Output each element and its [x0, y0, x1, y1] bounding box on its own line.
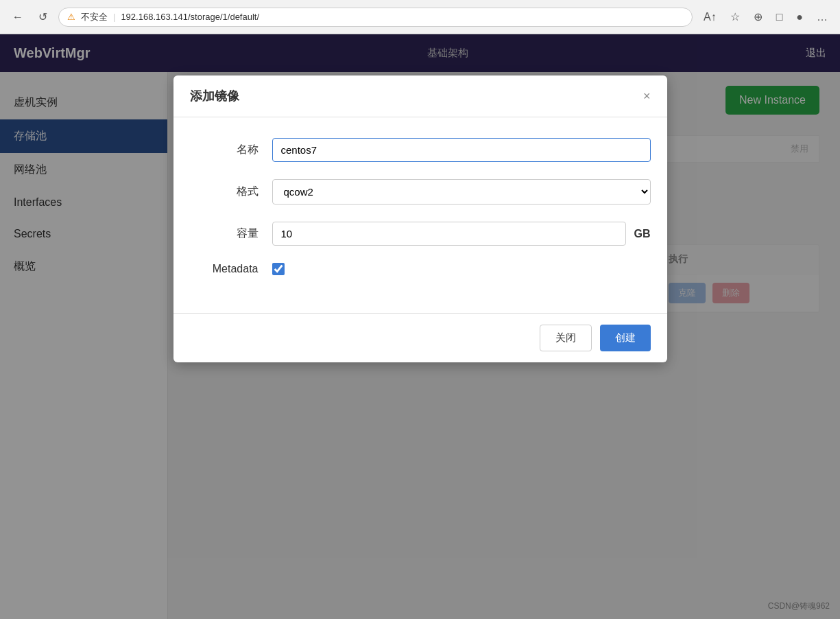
format-select[interactable]: qcow2 raw vmdk vhd: [272, 179, 651, 205]
extensions-button[interactable]: ⊕: [749, 8, 767, 26]
favorites-icon[interactable]: ☆: [726, 8, 744, 26]
browser-actions: A↑ ☆ ⊕ □ ● …: [699, 8, 832, 26]
add-image-modal: 添加镜像 × 名称 格式 qcow2 raw vmdk vhd 容: [173, 75, 667, 362]
form-row-capacity: 容量 GB: [190, 222, 651, 246]
modal-close-button[interactable]: ×: [643, 90, 651, 102]
modal-title: 添加镜像: [190, 88, 239, 104]
security-warning-icon: ⚠: [67, 12, 75, 22]
capacity-input[interactable]: [272, 222, 626, 246]
metadata-checkbox[interactable]: [272, 263, 285, 275]
security-warning-text: 不安全: [81, 11, 108, 23]
modal-body: 名称 格式 qcow2 raw vmdk vhd 容量 GB: [173, 117, 667, 313]
form-row-metadata: Metadata: [190, 263, 651, 275]
refresh-button[interactable]: ↺: [34, 8, 51, 26]
name-label: 名称: [190, 143, 272, 157]
url-text[interactable]: 192.168.163.141/storage/1/default/: [121, 12, 684, 22]
back-button[interactable]: ←: [8, 8, 27, 26]
capacity-unit: GB: [634, 228, 651, 240]
form-row-format: 格式 qcow2 raw vmdk vhd: [190, 179, 651, 205]
metadata-checkbox-container: [272, 263, 285, 275]
modal-footer: 关闭 创建: [173, 313, 667, 362]
form-row-name: 名称: [190, 138, 651, 162]
modal-overlay: 添加镜像 × 名称 格式 qcow2 raw vmdk vhd 容: [0, 34, 840, 619]
capacity-label: 容量: [190, 226, 272, 241]
create-button[interactable]: 创建: [600, 325, 651, 351]
name-input[interactable]: [272, 138, 651, 162]
close-modal-button[interactable]: 关闭: [540, 325, 592, 351]
capacity-with-unit: GB: [272, 222, 651, 246]
read-aloud-button[interactable]: A↑: [699, 8, 721, 26]
add-tab-button[interactable]: □: [772, 8, 787, 26]
profile-button[interactable]: ●: [792, 8, 807, 26]
format-label: 格式: [190, 185, 272, 199]
more-button[interactable]: …: [813, 8, 832, 26]
modal-header: 添加镜像 ×: [173, 75, 667, 117]
browser-bar: ← ↺ ⚠ 不安全 | 192.168.163.141/storage/1/de…: [0, 0, 840, 34]
address-bar: ⚠ 不安全 | 192.168.163.141/storage/1/defaul…: [58, 8, 693, 27]
metadata-label: Metadata: [190, 263, 272, 275]
